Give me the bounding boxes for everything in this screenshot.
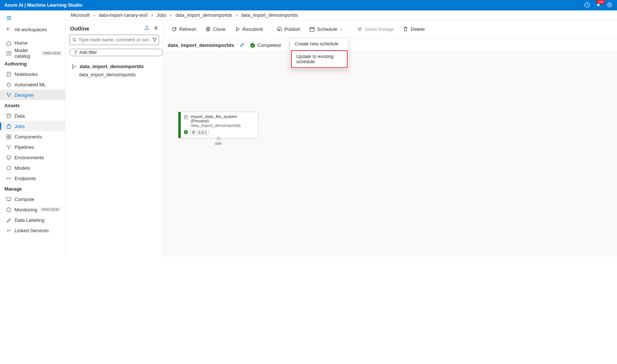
add-filter-button[interactable]: Add filter xyxy=(69,49,163,56)
notification-badge: 100 xyxy=(597,0,605,4)
svg-rect-15 xyxy=(7,156,10,159)
search-icon xyxy=(72,37,77,42)
branch-icon xyxy=(72,64,77,69)
edit-icon[interactable] xyxy=(240,42,245,48)
svg-point-14 xyxy=(8,148,9,149)
preview-badge: PREVIEW xyxy=(42,51,62,55)
lineage-icon xyxy=(357,26,363,32)
filter-icon[interactable] xyxy=(152,37,157,42)
schedule-button[interactable]: Schedule xyxy=(306,24,347,34)
plus-filter-icon xyxy=(73,50,78,55)
main-panel: Refresh Clone Resubmit Publish xyxy=(163,20,617,257)
breadcrumb: Microsoft › data-import-canary-ws0 › Job… xyxy=(66,10,617,20)
calendar-icon xyxy=(309,26,315,32)
outline-panel: Outline Add filter xyxy=(66,20,163,257)
crumb-jobs[interactable]: Jobs xyxy=(156,13,166,18)
svg-rect-26 xyxy=(310,28,314,31)
node-check-icon xyxy=(184,130,188,135)
svg-rect-8 xyxy=(7,134,9,136)
content-area: Microsoft › data-import-canary-ws0 › Job… xyxy=(66,10,617,257)
crumb-microsoft[interactable]: Microsoft xyxy=(71,13,90,18)
svg-rect-9 xyxy=(9,134,11,136)
section-assets: Assets xyxy=(0,100,65,111)
create-schedule-item[interactable]: Create new schedule xyxy=(290,38,348,50)
node-output-port[interactable] xyxy=(217,137,220,140)
job-bar: data_import_demoimportds Completed xyxy=(163,39,617,52)
refresh-icon xyxy=(171,26,177,32)
grid-icon xyxy=(184,115,189,119)
sidebar-data[interactable]: Data xyxy=(0,111,65,121)
update-schedule-item[interactable]: Update to existing schedule xyxy=(291,50,348,68)
all-workspaces[interactable]: All workspaces xyxy=(0,24,65,35)
svg-rect-11 xyxy=(9,137,11,139)
sidebar-models[interactable]: Models xyxy=(0,163,65,173)
sidebar-environments[interactable]: Environments xyxy=(0,152,65,163)
sidebar-data-labeling[interactable]: Data Labeling xyxy=(0,215,65,225)
svg-rect-29 xyxy=(359,30,361,31)
sidebar-pipelines[interactable]: Pipelines xyxy=(0,142,65,152)
split-area: Outline Add filter xyxy=(66,20,617,257)
trash-icon xyxy=(403,26,408,32)
cloud-up-icon xyxy=(276,26,282,32)
app-title: Azure AI | Machine Learning Studio xyxy=(4,3,82,8)
app-body: All workspaces Home Model catalog PREVIE… xyxy=(0,10,617,257)
outline-search[interactable] xyxy=(69,35,159,45)
svg-rect-1 xyxy=(7,51,11,55)
sidebar-monitoring[interactable]: Monitoring PREVIEW xyxy=(0,204,65,215)
canvas[interactable]: import_data_file_system (Preview) data_i… xyxy=(163,52,617,257)
sidebar-compute[interactable]: Compute xyxy=(0,194,65,204)
tree-root[interactable]: data_import_demoimportds xyxy=(69,62,159,71)
svg-point-20 xyxy=(73,38,76,41)
crumb-pipeline[interactable]: data_import_demoimportds xyxy=(175,13,232,18)
sidebar-model-catalog[interactable]: Model catalog PREVIEW xyxy=(0,48,65,58)
clone-button[interactable]: Clone xyxy=(202,24,230,34)
sidebar-components[interactable]: Components xyxy=(0,131,65,142)
sidebar: All workspaces Home Model catalog PREVIE… xyxy=(0,10,66,257)
collapse-icon[interactable] xyxy=(153,25,158,32)
chevron-down-icon xyxy=(339,28,343,31)
node-subtitle: data_import_demoimportds xyxy=(184,123,255,128)
share-icon[interactable] xyxy=(144,25,149,32)
crumb-current: data_import_demoimportds xyxy=(241,13,298,18)
clone-icon xyxy=(205,26,211,32)
node-version: V 0.0.1 xyxy=(190,130,209,135)
check-circle-icon xyxy=(250,43,255,48)
sidebar-notebooks[interactable]: Notebooks xyxy=(0,69,65,79)
node-port-label: sink xyxy=(215,141,222,146)
sidebar-endpoints[interactable]: Endpoints xyxy=(0,173,65,183)
outline-title: Outline xyxy=(70,25,89,32)
svg-rect-27 xyxy=(358,28,359,29)
publish-button[interactable]: Publish xyxy=(273,24,304,34)
all-workspaces-label: All workspaces xyxy=(15,27,47,32)
sidebar-linked-services[interactable]: Linked Services xyxy=(0,225,65,236)
node-title: import_data_file_system (Preview) xyxy=(191,114,255,123)
section-authoring: Authoring xyxy=(0,58,65,69)
sidebar-automated-ml[interactable]: Automated ML xyxy=(0,79,65,90)
outline-tree: data_import_demoimportds data_import_dem… xyxy=(66,60,163,80)
gear-icon[interactable] xyxy=(607,2,613,9)
pipeline-node[interactable]: import_data_file_system (Preview) data_i… xyxy=(178,112,259,138)
refresh-button[interactable]: Refresh xyxy=(168,24,200,34)
job-status: Completed xyxy=(250,42,281,48)
sidebar-jobs[interactable]: Jobs xyxy=(0,121,65,131)
schedule-dropdown: Create new schedule Update to existing s… xyxy=(290,38,349,69)
search-input[interactable] xyxy=(79,37,149,42)
tree-child[interactable]: data_import_demoimportds xyxy=(69,71,159,78)
crumb-workspace[interactable]: data-import-canary-ws0 xyxy=(99,13,148,18)
sidebar-designer[interactable]: Designer xyxy=(0,90,65,100)
svg-rect-10 xyxy=(7,137,9,139)
toolbar: Refresh Clone Resubmit Publish xyxy=(163,20,617,39)
play-icon xyxy=(235,26,240,32)
section-manage: Manage xyxy=(0,183,65,194)
delete-button[interactable]: Delete xyxy=(399,24,428,34)
svg-rect-31 xyxy=(184,115,188,119)
svg-rect-18 xyxy=(7,197,11,200)
job-name: data_import_demoimportds xyxy=(168,42,234,48)
sidebar-home[interactable]: Home xyxy=(0,38,65,48)
chevron-right-icon: › xyxy=(94,13,95,18)
svg-point-7 xyxy=(7,114,10,115)
bell-icon[interactable]: 100 xyxy=(595,2,601,9)
hamburger-button[interactable] xyxy=(0,13,65,24)
resubmit-button[interactable]: Resubmit xyxy=(231,24,267,34)
clock-icon[interactable] xyxy=(584,2,590,9)
